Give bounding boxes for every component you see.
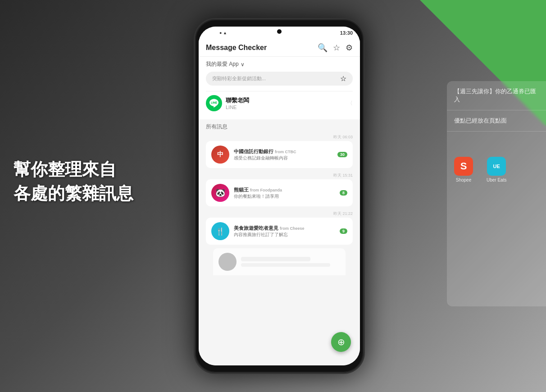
msg2-timestamp: 昨天 15:31 [206,172,353,179]
fav-app-line[interactable]: 聯繫老闆 LINE 〈 [206,91,353,115]
msg3-timestamp: 昨天 21:22 [206,210,353,218]
foodpanda-badge: 8 [340,190,347,196]
favorites-label: 我的最愛 App ∨ [206,60,353,68]
favorites-section: 我的最愛 App ∨ 突顯特彩全新促銷活動... ☆ [199,57,360,119]
search-bar[interactable]: 突顯特彩全新促銷活動... ☆ [206,72,353,86]
partial-icon [218,253,237,271]
bank-badge: 30 [337,152,347,157]
ubereats-label: Uber Eats [487,178,506,182]
bank-icon: 中 [211,146,229,164]
cheese-msg-content: 美食旅遊愛吃者意見 from Cheese 內容推薦旅行社訂了了解忘 [234,225,335,238]
message-item-bank[interactable]: 中 中國信託行動銀行 from CTBC 感受公務記錄金融轉帳內容 30 [206,141,353,168]
fav-app-line-sub: LINE [226,105,344,110]
search-icon[interactable]: 🔍 [318,43,328,53]
ubereats-icon: UE [487,157,506,176]
cheese-icon: 🍴 [211,222,229,240]
msg1-timestamp: 昨天 06:03 [206,133,353,141]
foodpanda-icon: 🐼 [211,184,229,202]
shopee-label: Shopee [456,178,471,182]
cheese-meta: 9 [340,228,347,234]
phone-body: ● ▲ 13:30 Message Checker 🔍 ☆ ⚙ [194,18,365,374]
phone-device: ● ▲ 13:30 Message Checker 🔍 ☆ ⚙ [194,18,374,383]
fab-button[interactable]: ⊕ [331,332,351,352]
chevron-down-icon: ∨ [241,61,245,68]
phone-screen: ● ▲ 13:30 Message Checker 🔍 ☆ ⚙ [199,27,360,365]
status-time: 13:30 [340,30,353,36]
camera-notch [277,29,282,34]
foodpanda-sender: 熊貓王 from Foodpanda [234,187,335,193]
star-icon[interactable]: ☆ [333,43,340,53]
search-placeholder: 突顯特彩全新促銷活動... [212,75,266,82]
fav-app-chevron-icon: 〈 [347,100,353,107]
header-icons: 🔍 ☆ ⚙ [318,43,353,53]
screen-content: Message Checker 🔍 ☆ ⚙ 我的最愛 App ∨ [199,39,360,365]
bank-msg-content: 中國信託行動銀行 from CTBC 感受公務記錄金融轉帳內容 [234,148,333,161]
cheese-sender: 美食旅遊愛吃者意見 from Cheese [234,225,335,232]
right-panel: 【週三先讓你】你的乙通券已匯入 優點已經放在頁點面 S Shopee UE Ub… [447,81,546,306]
app-header: Message Checker 🔍 ☆ ⚙ [199,39,360,57]
hero-line1: 幫你整理來自 [14,158,133,182]
bank-sender: 中國信託行動銀行 from CTBC [234,148,333,155]
fab-icon: ⊕ [337,337,345,347]
right-panel-item-1: 【週三先讓你】你的乙通券已匯入 [447,81,546,110]
message-item-foodpanda[interactable]: 🐼 熊貓王 from Foodpanda 你的餐點來啦！請享用 8 [206,179,353,206]
settings-icon[interactable]: ⚙ [346,43,353,53]
bank-preview: 感受公務記錄金融轉帳內容 [234,155,333,161]
fav-app-line-info: 聯繫老闆 LINE [226,96,344,110]
partial-content [241,257,340,267]
foodpanda-meta: 8 [340,190,347,196]
fav-app-line-name: 聯繫老闆 [226,96,344,105]
hero-text: 幫你整理來自 各處的繁雜訊息 [14,158,133,205]
foodpanda-preview: 你的餐點來啦！請享用 [234,193,335,200]
bank-source: from CTBC [275,150,296,154]
search-star-icon: ☆ [340,74,346,83]
bank-meta: 30 [337,152,347,157]
message-item-cheese[interactable]: 🍴 美食旅遊愛吃者意見 from Cheese 內容推薦旅行社訂了了解忘 9 [206,218,353,245]
cheese-source: from Cheese [280,226,305,231]
foodpanda-source: from Foodpanda [250,188,282,192]
all-messages-label: 所有訊息 [206,123,353,131]
foodpanda-msg-content: 熊貓王 from Foodpanda 你的餐點來啦！請享用 [234,187,335,200]
cheese-badge: 9 [340,228,347,234]
hero-line2: 各處的繁雜訊息 [14,182,133,205]
cheese-preview: 內容推薦旅行社訂了了解忘 [234,232,335,238]
partial-message-item [213,248,346,275]
app-title: Message Checker [206,44,267,52]
line-app-icon [206,95,222,111]
right-panel-item-2: 優點已經放在頁點面 [447,110,546,132]
shopee-icon: S [454,157,473,176]
all-messages-section: 所有訊息 昨天 06:03 中 中國信託行動銀行 from CTBC [199,119,360,279]
